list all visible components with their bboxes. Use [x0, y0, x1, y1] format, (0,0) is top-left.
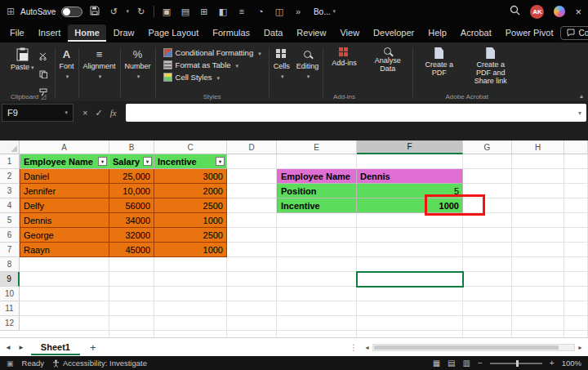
tab-view[interactable]: View [333, 25, 366, 42]
column-header-H[interactable]: H [512, 140, 564, 154]
cancel-icon[interactable]: × [82, 108, 87, 118]
row-header-12[interactable]: 12 [0, 316, 20, 331]
save-icon[interactable] [88, 6, 101, 17]
data-cell[interactable]: 45000 [109, 243, 154, 257]
column-header-G[interactable]: G [463, 140, 512, 154]
create-pdf-button[interactable]: Create a PDF [418, 46, 461, 87]
data-cell[interactable]: Jennifer [20, 184, 109, 198]
label-cell[interactable]: Position [277, 184, 357, 198]
dialog-launcher-icon[interactable]: ◿ [41, 93, 46, 100]
tab-home[interactable]: Home [68, 25, 106, 42]
table-icon[interactable]: ⊞ [198, 7, 211, 17]
filter-dropdown-icon[interactable] [98, 157, 107, 166]
tab-page-layout[interactable]: Page Layout [141, 25, 205, 42]
row-header-1[interactable]: 1 [0, 154, 20, 169]
data-cell[interactable]: 34000 [109, 213, 154, 228]
scrollbar-thumb[interactable] [374, 345, 559, 350]
excel-app-icon[interactable]: ⊞ [7, 6, 15, 17]
normal-view-icon[interactable]: ▦ [433, 359, 440, 368]
tab-file[interactable]: File [3, 25, 31, 42]
tab-insert[interactable]: Insert [32, 25, 68, 42]
copilot-icon[interactable] [554, 6, 565, 17]
workbook-name[interactable]: Bo...▾ [314, 7, 336, 16]
header-cell[interactable]: Employee Name [20, 154, 109, 169]
data-cell[interactable]: 56000 [109, 198, 154, 213]
row-header-9[interactable]: 9 [0, 272, 20, 287]
name-box[interactable]: F9▾ [2, 104, 74, 122]
font-group[interactable]: A Font [56, 44, 78, 101]
comments-button[interactable]: Comments▾ [560, 26, 588, 40]
data-cell[interactable]: 10,000 [109, 184, 154, 198]
formula-input[interactable]: ▾ [126, 104, 586, 122]
conditional-formatting-button[interactable]: Conditional Formatting [161, 47, 264, 58]
value-cell[interactable]: 1000 [357, 198, 463, 213]
tab-draw[interactable]: Draw [107, 25, 141, 42]
analyse-data-button[interactable]: Analyse Data [368, 46, 408, 75]
cells-group[interactable]: Cells [270, 44, 293, 101]
tab-formulas[interactable]: Formulas [206, 25, 256, 42]
column-header-E[interactable]: E [277, 140, 357, 154]
addins-button[interactable]: Add-ins [328, 46, 360, 69]
data-cell[interactable]: 2000 [154, 184, 227, 198]
row-header-7[interactable]: 7 [0, 243, 20, 257]
data-cell[interactable]: Delfy [20, 198, 109, 213]
close-icon[interactable]: × [575, 6, 581, 18]
formula-bar-expand-icon[interactable]: ▾ [578, 109, 581, 117]
list-icon[interactable]: ≡ [235, 7, 248, 17]
label-cell[interactable]: Employee Name [277, 169, 357, 184]
row-header-4[interactable]: 4 [0, 198, 20, 213]
scrollbar-track[interactable] [372, 344, 575, 351]
accessibility-checker[interactable]: Accessibility: Investigate [52, 359, 147, 368]
data-cell[interactable]: Raayn [20, 243, 109, 257]
scroll-left-icon[interactable]: ◄ [364, 345, 370, 350]
data-cell[interactable]: George [20, 228, 109, 243]
number-group[interactable]: % Number [122, 44, 154, 101]
tab-review[interactable]: Review [290, 25, 332, 42]
row-header-10[interactable]: 10 [0, 287, 20, 301]
undo-icon[interactable]: ↺ [107, 7, 120, 17]
tab-developer[interactable]: Developer [367, 25, 421, 42]
chart-icon[interactable]: ▤ [179, 7, 192, 17]
column-header-C[interactable]: C [154, 140, 227, 154]
add-sheet-button[interactable]: + [87, 341, 100, 354]
column-header-F[interactable]: F [357, 140, 463, 154]
tab-acrobat[interactable]: Acrobat [454, 25, 498, 42]
avatar[interactable]: AK [530, 5, 544, 19]
tab-power-pivot[interactable]: Power Pivot [499, 25, 560, 42]
column-header-B[interactable]: B [109, 140, 154, 154]
column-header-A[interactable]: A [20, 140, 109, 154]
column-header-D[interactable]: D [227, 140, 277, 154]
zoom-out-icon[interactable]: − [478, 359, 483, 368]
autosave-toggle[interactable] [61, 7, 82, 17]
data-cell[interactable]: 2500 [154, 198, 227, 213]
copy-icon[interactable] [39, 67, 48, 82]
header-cell[interactable]: Incentive [154, 154, 227, 169]
horizontal-scrollbar[interactable]: ◄ ► [364, 344, 583, 351]
search-icon[interactable] [510, 4, 520, 19]
redo-icon[interactable]: ↻ [135, 7, 148, 17]
tab-scroll-divider[interactable]: ⋮ [350, 343, 358, 352]
data-cell[interactable]: 1000 [154, 213, 227, 228]
tab-help[interactable]: Help [421, 25, 453, 42]
zoom-slider[interactable] [490, 363, 542, 364]
cell-grid[interactable]: Employee NameSalaryIncentiveDaniel25,000… [20, 154, 588, 337]
cell-styles-button[interactable]: Cell Styles [161, 72, 264, 82]
cut-icon[interactable] [39, 49, 48, 64]
data-cell[interactable]: 1000 [154, 243, 227, 257]
enter-icon[interactable]: ✓ [95, 108, 102, 118]
scroll-right-icon[interactable]: ► [577, 345, 583, 350]
sheet-nav-right-icon[interactable]: ► [18, 344, 24, 351]
format-as-table-button[interactable]: Format as Table [161, 60, 264, 70]
overflow-icon[interactable]: » [292, 7, 305, 17]
copy-icon[interactable]: ▣ [160, 7, 173, 17]
data-cell[interactable]: Daniel [20, 169, 109, 184]
data-cell[interactable]: 25,000 [109, 169, 154, 184]
row-header-5[interactable]: 5 [0, 213, 20, 228]
data-cell[interactable]: 2500 [154, 228, 227, 243]
header-cell[interactable]: Salary [109, 154, 154, 169]
data-cell[interactable]: 32000 [109, 228, 154, 243]
data-cell[interactable]: 3000 [154, 169, 227, 184]
row-header-3[interactable]: 3 [0, 184, 20, 198]
filter-dropdown-icon[interactable] [216, 157, 225, 166]
macro-record-icon[interactable]: ▣ [7, 359, 14, 368]
